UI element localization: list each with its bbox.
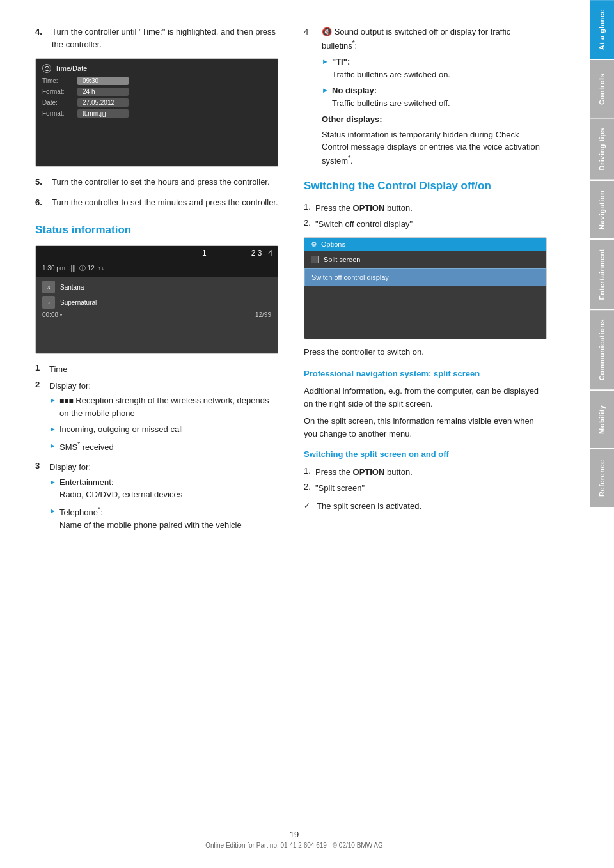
timedate-row-time: Time: 09:30 <box>42 77 271 85</box>
bullet-text-3-1: Entertainment:Radio, CD/DVD, external de… <box>59 476 278 501</box>
bullet-3-1: ► Entertainment:Radio, CD/DVD, external … <box>49 476 278 501</box>
split-screen-step-1: 1. Press the OPTION button. <box>304 466 547 479</box>
sidebar-tab-at-a-glance[interactable]: At a glance <box>590 0 614 59</box>
sidebar-tab-entertainment[interactable]: Entertainment <box>590 240 614 309</box>
step-4-number: 4. <box>35 26 48 50</box>
control-display-step-2: 2. "Switch off control display" <box>304 218 547 231</box>
bullet-arrow-2-1: ► <box>49 394 59 419</box>
split-screen-checkbox <box>311 256 319 263</box>
legend-label-3: Display for: <box>49 462 91 472</box>
legend-text-3: Display for: ► Entertainment:Radio, CD/D… <box>49 461 278 535</box>
options-item-switch-off: Switch off control display <box>304 268 546 286</box>
sidebar-tab-mobility-label: Mobility <box>598 405 606 435</box>
timedate-row-date: Date: 27.05.2012 <box>42 98 271 107</box>
options-icon: ⚙ <box>311 240 317 249</box>
bullet-2-3: ► SMS* received <box>49 440 278 454</box>
timedate-label-time: Time: <box>42 77 77 84</box>
prof-nav-heading: Professional navigation system: split sc… <box>304 368 547 380</box>
page-footer: 19 Online Edition for Part no. 01 41 2 6… <box>0 830 588 849</box>
sidebar-tab-controls[interactable]: Controls <box>590 60 614 118</box>
step-6-text: Turn the controller to set the minutes a… <box>52 196 278 209</box>
press-controller-text: Press the controller to switch on. <box>304 346 547 359</box>
control-display-steps: 1. Press the OPTION button. 2. "Switch o… <box>304 202 547 231</box>
sidebar-tab-navigation-label: Navigation <box>598 190 606 229</box>
timedate-value-format1: 24 h <box>77 88 129 96</box>
bullet-text-2-3: SMS* received <box>59 440 278 454</box>
sidebar: At a glance Controls Driving tips Naviga… <box>590 0 614 868</box>
step-5-text: Turn the controller to set the hours and… <box>52 176 278 189</box>
left-column: 4. Turn the controller until "Time:" is … <box>35 26 278 539</box>
split-screen-step-2-text: "Split screen" <box>315 482 547 495</box>
progress-time: 00:08 • <box>42 311 62 318</box>
control-display-step-1-num: 1. <box>304 202 315 215</box>
timedate-row-format1: Format: 24 h <box>42 88 271 96</box>
legend-text-2: Display for: ► ■■■ Reception strength of… <box>49 380 278 458</box>
sidebar-tab-mobility[interactable]: Mobility <box>590 391 614 448</box>
split-screen-step-2: 2. "Split screen" <box>304 482 547 495</box>
ti-bullet-text: "TI":Traffic bulletins are switched on. <box>332 56 547 81</box>
bullet-arrow-3-1: ► <box>49 476 59 501</box>
timedate-label-format2: Format: <box>42 110 77 117</box>
media-icon-album: ♪ <box>42 296 55 309</box>
control-display-step-1-text: Press the OPTION button. <box>315 202 547 215</box>
legend-label-1: Time <box>49 363 278 376</box>
status-label-2: 2 3 <box>251 249 262 258</box>
sidebar-tab-navigation[interactable]: Navigation <box>590 181 614 238</box>
media-track-name: Santana <box>60 284 84 291</box>
item-4-number: 4 <box>304 26 318 173</box>
other-displays-label: Other displays: <box>322 113 547 126</box>
options-title-bar: ⚙ Options <box>304 238 546 251</box>
ti-bullet: ► "TI":Traffic bulletins are switched on… <box>322 56 547 81</box>
status-bar-info: 1:30 pm .||| ⓘ 12 ↑↓ <box>42 264 104 273</box>
legend-item-1: 1 Time <box>35 363 278 376</box>
step-4: 4. Turn the controller until "Time:" is … <box>35 26 278 50</box>
legend-label-2: Display for: <box>49 381 91 391</box>
prof-nav-text1: Additional information, e.g. from the co… <box>304 385 547 410</box>
sidebar-tab-driving-tips-label: Driving tips <box>598 128 606 171</box>
other-displays-text: Status information is temporarily hidden… <box>322 128 547 167</box>
sidebar-tab-communications-label: Communications <box>598 319 606 380</box>
sidebar-tab-controls-label: Controls <box>598 74 606 105</box>
options-screen-image: ⚙ Options Split screen Switch off contro… <box>304 237 547 339</box>
item-4-text: Sound output is switched off or display … <box>322 27 510 50</box>
sidebar-tab-reference-label: Reference <box>598 460 606 497</box>
sidebar-tab-reference[interactable]: Reference <box>590 449 614 507</box>
sidebar-tab-at-a-glance-label: At a glance <box>598 9 606 50</box>
status-label-1: 1 <box>202 249 207 258</box>
status-screen-top: 1:30 pm .||| ⓘ 12 ↑↓ <box>36 260 278 277</box>
legend-num-3: 3 <box>35 461 49 535</box>
timedate-value-date: 27.05.2012 <box>77 98 129 107</box>
control-display-heading: Switching the Control Display off/on <box>304 179 547 193</box>
status-information-heading: Status information <box>35 224 278 236</box>
split-screen-step-1-text: Press the OPTION button. <box>315 466 547 479</box>
bullet-arrow-2-2: ► <box>49 423 59 436</box>
timedate-row-format2: Format: tt.mm.jjjj <box>42 109 271 118</box>
control-display-step-2-num: 2. <box>304 218 315 231</box>
legend-item-2: 2 Display for: ► ■■■ Reception strength … <box>35 380 278 458</box>
checkmark-icon: ✓ <box>304 501 317 510</box>
media-album-name: Supernatural <box>60 299 97 306</box>
step-5: 5. Turn the controller to set the hours … <box>35 176 278 189</box>
timedate-icon: ⊙ <box>42 64 51 73</box>
bullet-3-2: ► Telephone*:Name of the mobile phone pa… <box>49 505 278 531</box>
status-screen-labels: 1 2 3 4 <box>36 246 278 260</box>
prof-nav-text2: On the split screen, this information re… <box>304 415 547 440</box>
split-screen-result: ✓ The split screen is activated. <box>304 501 547 511</box>
bullet-arrow-3-2: ► <box>49 505 59 531</box>
control-display-step-2-text: "Switch off control display" <box>315 218 547 231</box>
step-4-text: Turn the controller until "Time:" is hig… <box>52 26 278 50</box>
split-screen-step-2-num: 2. <box>304 482 315 495</box>
ti-bullet-arrow: ► <box>322 56 332 81</box>
sidebar-tab-communications[interactable]: Communications <box>590 310 614 389</box>
timedate-label-format1: Format: <box>42 88 77 95</box>
split-screen-step-1-num: 1. <box>304 466 315 479</box>
media-row-album: ♪ Supernatural <box>42 296 271 309</box>
legend-num-2: 2 <box>35 380 49 458</box>
timedate-title: ⊙ Time/Date <box>42 64 271 73</box>
split-screen-heading: Switching the split screen on and off <box>304 449 547 460</box>
sidebar-tab-entertainment-label: Entertainment <box>598 249 606 300</box>
split-screen-steps: 1. Press the OPTION button. 2. "Split sc… <box>304 466 547 495</box>
split-screen-check-text: The split screen is activated. <box>317 501 421 511</box>
bullet-2-2: ► Incoming, outgoing or missed call <box>49 423 278 436</box>
sidebar-tab-driving-tips[interactable]: Driving tips <box>590 119 614 180</box>
